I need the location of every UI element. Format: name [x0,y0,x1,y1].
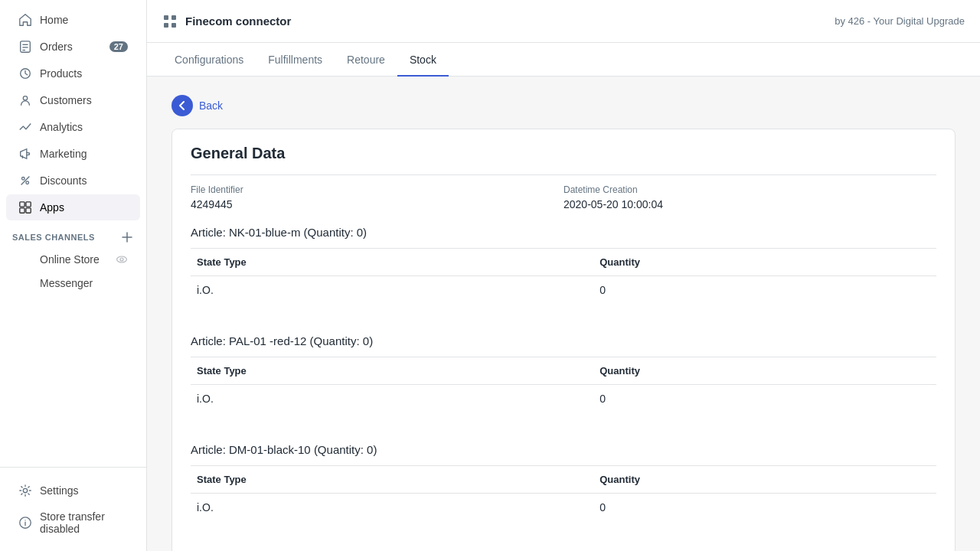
orders-icon [18,40,32,54]
discounts-icon [18,174,32,187]
datetime-creation-value: 2020-05-20 10:00:04 [564,198,936,210]
article-table: State Type Quantity i.O. 0 [191,466,936,521]
sales-channels-header: SALES CHANNELS [0,221,146,247]
article-section: Article: NK-01-blue-m (Quantity: 0) Stat… [172,226,955,319]
sales-channels-label: SALES CHANNELS [12,233,95,242]
sidebar-item-apps[interactable]: Apps [6,194,140,220]
datetime-creation-label: Datetime Creation [564,184,936,195]
svg-point-20 [24,520,25,520]
general-data-title: General Data [191,145,936,162]
stock-detail-card: General Data File Identifier 4249445 Dat… [172,129,956,551]
sidebar-item-customers[interactable]: Customers [6,87,140,113]
sidebar-item-products[interactable]: Products [6,60,140,86]
online-store-label: Online Store [40,253,100,266]
app-title: Finecom connector [185,15,291,28]
file-identifier-label: File Identifier [191,184,564,195]
sidebar-item-home[interactable]: Home [6,7,140,33]
quantity-header: Quantity [593,249,936,276]
state-type-header: State Type [191,466,593,494]
sidebar-item-label: Discounts [40,174,128,187]
quantity-header: Quantity [593,357,936,385]
orders-badge: 27 [109,41,128,52]
sidebar-footer: Settings Store transfer disabled [0,467,146,551]
tab-fulfillments[interactable]: Fulfillments [256,43,335,77]
quantity-cell: 0 [593,494,936,522]
topbar-by-text: by 426 - Your Digital Upgrade [835,15,965,27]
content-area: Back General Data File Identifier 424944… [147,77,980,551]
svg-point-15 [117,256,127,262]
article-section: Article: PAL-01 -red-12 (Quantity: 0) St… [172,334,955,428]
sidebar-item-marketing[interactable]: Marketing [6,141,140,167]
sidebar-item-store-transfer[interactable]: Store transfer disabled [6,504,140,541]
customers-icon [18,93,32,107]
svg-point-7 [26,181,29,184]
meta-row: File Identifier 4249445 Datetime Creatio… [191,174,936,210]
datetime-creation-col: Datetime Creation 2020-05-20 10:00:04 [564,184,936,210]
quantity-cell: 0 [593,385,936,413]
svg-rect-12 [26,208,31,213]
tab-bar: Configurations Fulfillments Retoure Stoc… [147,43,980,77]
article-section: Article: DM-01-black-10 (Quantity: 0) St… [172,443,955,536]
svg-rect-24 [172,23,176,28]
svg-rect-9 [20,202,24,207]
sidebar-item-label: Products [40,67,128,80]
state-type-cell: i.O. [191,385,593,413]
tab-retoure[interactable]: Retoure [335,43,397,77]
state-type-cell: i.O. [191,276,593,305]
sidebar-item-label: Customers [40,94,128,106]
quantity-header: Quantity [593,466,936,494]
sidebar-item-label: Apps [40,201,128,214]
add-sales-channel-button[interactable] [120,230,134,244]
state-type-header: State Type [191,357,593,385]
state-type-cell: i.O. [191,494,593,522]
settings-icon [18,484,32,497]
info-icon [18,516,32,530]
topbar: Finecom connector by 426 - Your Digital … [147,0,980,43]
svg-rect-21 [164,15,168,20]
svg-point-16 [120,258,123,261]
topbar-left: Finecom connector [162,14,291,29]
sidebar-item-settings[interactable]: Settings [6,478,140,504]
table-row: i.O. 0 [191,494,936,522]
products-icon [18,67,32,80]
sidebar-item-label: Orders [40,41,102,53]
tab-stock[interactable]: Stock [397,43,449,77]
svg-rect-23 [164,23,168,28]
svg-point-6 [22,178,25,181]
svg-point-5 [23,96,27,100]
home-icon [18,13,32,27]
sidebar-item-discounts[interactable]: Discounts [6,168,140,194]
file-identifier-value: 4249445 [191,198,564,210]
sidebar-item-online-store[interactable]: Online Store [6,248,140,271]
article-title: Article: DM-01-black-10 (Quantity: 0) [191,443,936,466]
sidebar-item-label: Analytics [40,121,128,133]
marketing-icon [18,147,32,161]
tab-configurations[interactable]: Configurations [162,43,256,77]
sidebar-item-label: Home [40,14,128,26]
svg-point-17 [23,488,27,492]
file-identifier-col: File Identifier 4249445 [191,184,564,210]
svg-rect-22 [172,15,176,20]
back-button[interactable]: Back [172,95,223,116]
back-label: Back [199,99,223,112]
analytics-icon [18,120,32,134]
svg-rect-11 [20,208,24,213]
article-title: Article: NK-01-blue-m (Quantity: 0) [191,226,936,249]
sidebar-item-label: Marketing [40,148,128,160]
svg-rect-10 [26,202,31,207]
eye-icon [116,253,128,266]
back-circle-icon [172,95,193,116]
article-table: State Type Quantity i.O. 0 [191,249,936,304]
sidebar-item-label: Settings [40,484,128,497]
sidebar-item-label: Store transfer disabled [40,510,128,535]
app-grid-icon [162,14,178,29]
state-type-header: State Type [191,249,593,276]
sidebar-item-messenger[interactable]: Messenger [6,272,140,295]
sidebar-item-analytics[interactable]: Analytics [6,114,140,140]
main-content: Finecom connector by 426 - Your Digital … [147,0,980,551]
table-row: i.O. 0 [191,276,936,305]
apps-icon [18,201,32,214]
quantity-cell: 0 [593,276,936,305]
sidebar-item-orders[interactable]: Orders 27 [6,34,140,60]
table-row: i.O. 0 [191,385,936,413]
